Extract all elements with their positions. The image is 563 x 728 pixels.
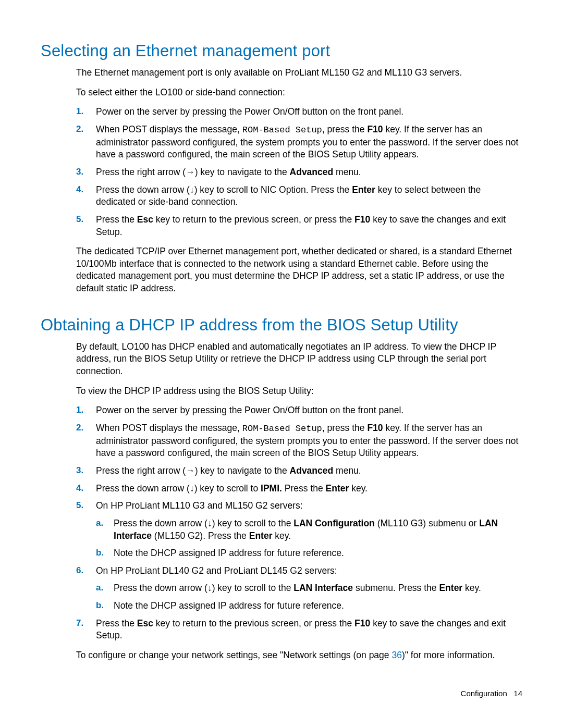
page-link-36[interactable]: 36 [391,650,401,660]
step-2: When POST displays the message, ROM-Base… [76,124,522,161]
t: menu. [333,465,361,476]
step-5b: Note the DHCP assigned IP address for fu… [96,547,522,560]
t: , press the [322,423,368,433]
key-enter: Enter [326,483,349,493]
step-2: When POST displays the message, ROM-Base… [76,422,522,460]
t: Note the DHCP assigned IP address for fu… [114,600,344,611]
section1-p2: To select either the LO100 or side-band … [76,87,522,99]
key-enter: Enter [352,184,375,195]
t: On HP ProLiant ML110 G3 and ML150 G2 ser… [96,500,303,511]
key-esc: Esc [137,214,153,225]
t: Press the down arrow (↓) key to scroll t… [96,184,352,195]
step-6-sub: Press the down arrow (↓) key to scroll t… [96,582,522,612]
t: menu. [333,167,361,177]
t: key to return to the previous screen, or… [153,618,354,628]
t: )" for more information. [402,650,495,660]
step-5: On HP ProLiant ML110 G3 and ML150 G2 ser… [76,500,522,560]
t: Press the right arrow (→) key to navigat… [96,167,290,177]
t: (ML150 G2). Press the [152,530,249,541]
t: Press the down arrow (↓) key to scroll t… [114,518,293,528]
page-footer: Configuration 14 [461,689,522,698]
key-enter: Enter [249,530,273,541]
step-1: Power on the server by pressing the Powe… [76,404,522,417]
footer-page-number: 14 [513,689,522,698]
footer-section: Configuration [461,689,507,698]
section1-p1: The Ethernet management port is only ava… [76,67,522,79]
section1-body: The Ethernet management port is only ava… [76,67,522,295]
section2-title: Obtaining a DHCP IP address from the BIO… [41,316,522,335]
key-f10: F10 [354,618,370,628]
section1-steps: Power on the server by pressing the Powe… [76,106,522,238]
section2-p3: To configure or change your network sett… [76,649,522,662]
key-esc: Esc [137,618,153,628]
mono-text: ROM-Based Setup [242,424,322,434]
step-7: Press the Esc key to return to the previ… [76,618,522,642]
t: To configure or change your network sett… [76,650,391,660]
t: key to return to the previous screen, or… [153,214,354,225]
menu-lan-config: LAN Configuration [293,518,375,528]
section1-title: Selecting an Ethernet management port [41,42,522,60]
section1-p3: The dedicated TCP/IP over Ethernet manag… [76,245,522,295]
menu-advanced: Advanced [290,167,334,177]
page: Selecting an Ethernet management port Th… [0,0,563,728]
t: On HP ProLiant DL140 G2 and ProLiant DL1… [96,565,337,576]
step-5a: Press the down arrow (↓) key to scroll t… [96,517,522,542]
menu-advanced: Advanced [290,465,334,476]
step-4: Press the down arrow (↓) key to scroll t… [76,184,522,208]
t: (ML110 G3) submenu or [375,518,479,528]
step-text: Power on the server by pressing the Powe… [96,106,403,117]
step-4: Press the down arrow (↓) key to scroll t… [76,483,522,495]
t: key. [462,583,481,593]
t: key. [349,483,368,493]
t: Power on the server by pressing the Powe… [96,405,403,415]
t: Press the down arrow (↓) key to scroll t… [114,583,293,593]
t: , press the [322,124,368,134]
t: Press the down arrow (↓) key to scroll t… [96,483,261,493]
step-6: On HP ProLiant DL140 G2 and ProLiant DL1… [76,565,522,612]
mono-text: ROM-Based Setup [242,125,322,135]
section2-body: By default, LO100 has DHCP enabled and a… [76,341,522,662]
menu-ipmi: IPMI. [261,483,282,493]
section2-steps: Power on the server by pressing the Powe… [76,404,522,642]
t: Note the DHCP assigned IP address for fu… [114,548,344,558]
step-1: Power on the server by pressing the Powe… [76,106,522,118]
key-f10: F10 [354,214,370,225]
step-6a: Press the down arrow (↓) key to scroll t… [96,582,522,595]
key-enter: Enter [439,583,462,593]
t: Press the [96,214,137,225]
t: Press the [96,618,137,628]
t: When POST displays the message, [96,423,242,433]
section2-p1: By default, LO100 has DHCP enabled and a… [76,341,522,378]
t: submenu. Press the [353,583,439,593]
menu-lan-interface: LAN Interface [293,583,353,593]
section2-p2: To view the DHCP IP address using the BI… [76,385,522,398]
key-f10: F10 [367,423,383,433]
step-3: Press the right arrow (→) key to navigat… [76,465,522,477]
t: key. [272,530,291,541]
t: When POST displays the message, [96,124,242,134]
step-5-sub: Press the down arrow (↓) key to scroll t… [96,517,522,560]
step-3: Press the right arrow (→) key to navigat… [76,166,522,179]
step-6b: Note the DHCP assigned IP address for fu… [96,600,522,612]
t: Press the [282,483,326,493]
t: Press the right arrow (→) key to navigat… [96,465,290,476]
key-f10: F10 [367,124,383,134]
step-5: Press the Esc key to return to the previ… [76,214,522,238]
